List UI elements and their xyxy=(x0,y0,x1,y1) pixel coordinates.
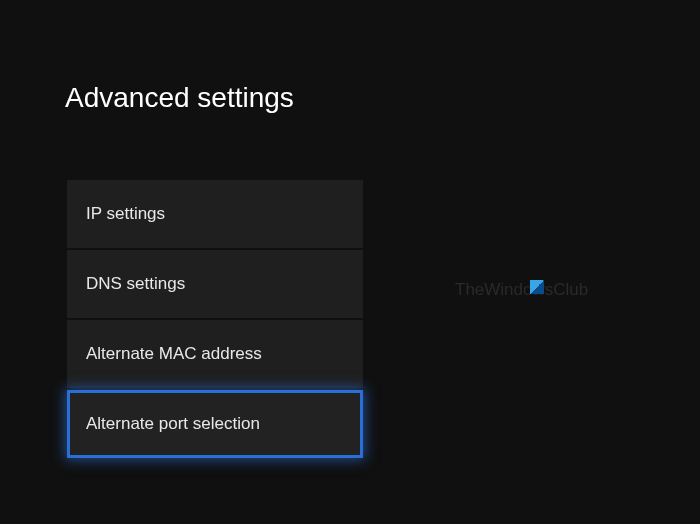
menu-item-ip-settings[interactable]: IP settings xyxy=(67,180,363,248)
page-title: Advanced settings xyxy=(65,82,294,114)
settings-menu-list: IP settings DNS settings Alternate MAC a… xyxy=(67,180,363,460)
menu-item-alternate-mac-address[interactable]: Alternate MAC address xyxy=(67,320,363,388)
menu-item-label: DNS settings xyxy=(86,274,185,294)
menu-item-label: Alternate MAC address xyxy=(86,344,262,364)
menu-item-label: Alternate port selection xyxy=(86,414,260,434)
menu-item-label: IP settings xyxy=(86,204,165,224)
watermark-text: TheWindowsClub xyxy=(455,280,588,300)
menu-item-dns-settings[interactable]: DNS settings xyxy=(67,250,363,318)
menu-item-alternate-port-selection[interactable]: Alternate port selection xyxy=(67,390,363,458)
watermark-icon xyxy=(530,280,544,294)
